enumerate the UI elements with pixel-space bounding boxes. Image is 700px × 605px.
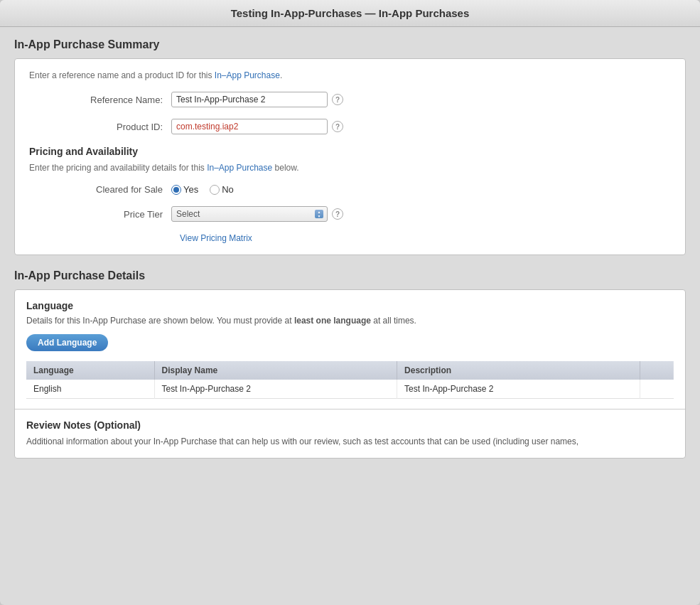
product-id-input[interactable] xyxy=(171,119,328,134)
summary-section-title: In-App Purchase Summary xyxy=(14,38,686,51)
language-description-link[interactable]: this In-App Purchase xyxy=(67,316,146,326)
language-card-inner: Language Details for this In-App Purchas… xyxy=(15,290,685,409)
view-pricing-matrix-link[interactable]: View Pricing Matrix xyxy=(171,233,671,243)
review-notes-section: Review Notes (Optional) Additional infor… xyxy=(15,409,685,458)
product-id-help-icon[interactable]: ? xyxy=(332,121,343,132)
yes-radio-label[interactable]: Yes xyxy=(171,184,198,195)
cell-actions xyxy=(640,380,674,399)
cleared-for-sale-label: Cleared for Sale xyxy=(29,184,171,195)
product-id-row: Product ID: ? xyxy=(29,119,671,134)
table-header-row: Language Display Name Description xyxy=(26,361,674,380)
review-notes-title: Review Notes (Optional) xyxy=(26,419,674,431)
title-bar: Testing In-App-Purchases — In-App Purcha… xyxy=(0,0,700,27)
cell-display-name: Test In-App-Purchase 2 xyxy=(154,380,397,399)
price-tier-help-icon[interactable]: ? xyxy=(332,208,343,220)
details-section: In-App Purchase Details Language Details… xyxy=(14,269,686,459)
col-language: Language xyxy=(26,361,154,380)
yes-radio[interactable] xyxy=(171,185,181,195)
add-language-button[interactable]: Add Language xyxy=(26,334,108,351)
cleared-for-sale-radios: Yes No xyxy=(171,184,234,195)
table-header: Language Display Name Description xyxy=(26,361,674,380)
details-section-title: In-App Purchase Details xyxy=(14,269,686,282)
cleared-for-sale-row: Cleared for Sale Yes No xyxy=(29,184,671,195)
price-tier-select-wrapper: Select Tier 1 Tier 2 Tier 3 xyxy=(171,206,328,222)
summary-description-link[interactable]: In–App Purchase xyxy=(215,70,280,80)
cell-description: Test In-App-Purchase 2 xyxy=(397,380,640,399)
product-id-label: Product ID: xyxy=(29,122,171,132)
main-content: In-App Purchase Summary Enter a referenc… xyxy=(0,27,700,484)
yes-label: Yes xyxy=(183,184,198,195)
language-table: Language Display Name Description Englis… xyxy=(26,361,674,399)
summary-card: Enter a reference name and a product ID … xyxy=(14,58,686,255)
page-title: Testing In-App-Purchases — In-App Purcha… xyxy=(11,7,689,19)
cell-language: English xyxy=(26,380,154,399)
table-row: English Test In-App-Purchase 2 Test In-A… xyxy=(26,380,674,399)
review-notes-link[interactable]: In-App Purchase xyxy=(154,437,217,446)
reference-name-row: Reference Name: ? xyxy=(29,92,671,107)
col-display-name: Display Name xyxy=(154,361,397,380)
table-body: English Test In-App-Purchase 2 Test In-A… xyxy=(26,380,674,399)
col-actions xyxy=(640,361,674,380)
no-label: No xyxy=(222,184,234,195)
col-description: Description xyxy=(397,361,640,380)
no-radio[interactable] xyxy=(210,185,220,195)
language-description: Details for this In-App Purchase are sho… xyxy=(26,316,674,326)
summary-description: Enter a reference name and a product ID … xyxy=(29,70,671,80)
price-tier-select[interactable]: Select Tier 1 Tier 2 Tier 3 xyxy=(171,206,328,222)
reference-name-help-icon[interactable]: ? xyxy=(332,94,343,105)
pricing-description: Enter the pricing and availability detai… xyxy=(29,163,671,173)
pricing-section-title: Pricing and Availability xyxy=(29,146,671,157)
no-radio-label[interactable]: No xyxy=(210,184,234,195)
language-card: Language Details for this In-App Purchas… xyxy=(14,289,686,459)
language-section-title: Language xyxy=(26,300,674,311)
price-tier-label: Price Tier xyxy=(29,209,171,220)
reference-name-label: Reference Name: xyxy=(29,95,171,105)
price-tier-row: Price Tier Select Tier 1 Tier 2 Tier 3 ? xyxy=(29,206,671,222)
main-window: Testing In-App-Purchases — In-App Purcha… xyxy=(0,0,700,605)
review-notes-description: Additional information about your In-App… xyxy=(26,435,674,448)
pricing-description-link[interactable]: In–App Purchase xyxy=(207,163,272,173)
reference-name-input[interactable] xyxy=(171,92,328,107)
